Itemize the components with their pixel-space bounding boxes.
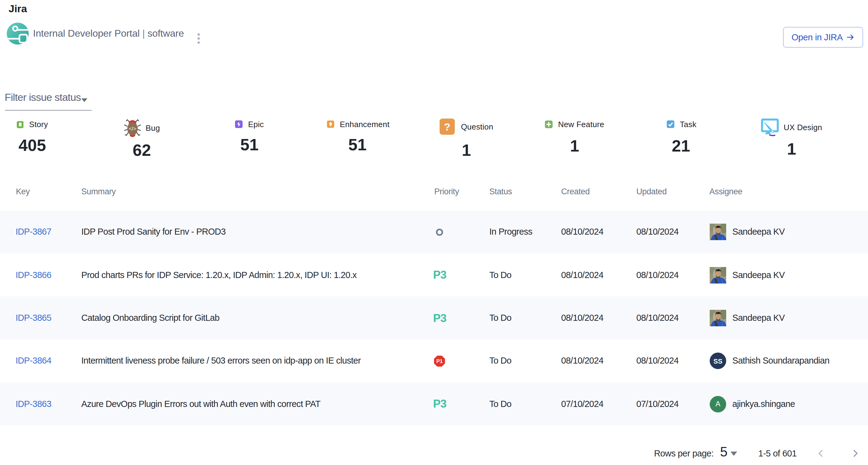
svg-text:?: ? <box>444 121 451 133</box>
svg-text:</>: </> <box>129 126 136 132</box>
svg-text:P1: P1 <box>436 358 442 364</box>
